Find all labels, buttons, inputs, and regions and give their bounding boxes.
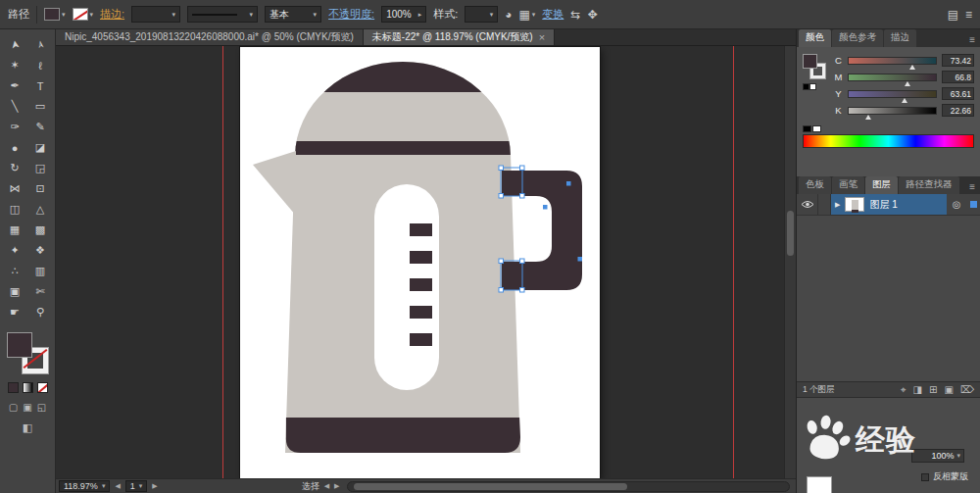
mask-opacity-input[interactable]: 100% ▾ (911, 449, 964, 463)
layer-name[interactable]: 图层 1 (869, 198, 897, 212)
layer-target-icon[interactable]: ◎ (947, 194, 966, 215)
slider-marker[interactable] (909, 65, 915, 70)
horizontal-scrollbar[interactable] (347, 481, 790, 492)
scroll-left-icon[interactable]: ◀ (324, 482, 329, 490)
symbol-sprayer-tool[interactable]: ∴ (3, 261, 27, 281)
color-fill-stroke-proxy[interactable] (803, 52, 828, 91)
direct-selection-tool[interactable]: ➢ (27, 30, 52, 58)
prev-artboard-icon[interactable]: ◀ (115, 482, 120, 490)
free-transform-tool[interactable]: ⊡ (28, 178, 53, 199)
invert-mask-control[interactable]: 反相蒙版 (921, 470, 968, 483)
artboard[interactable] (240, 47, 600, 478)
slice-tool[interactable]: ✄ (28, 281, 53, 302)
fill-stroke-proxy[interactable] (7, 332, 48, 373)
arrange-documents-icon[interactable]: ▤ (948, 8, 958, 22)
selection-tool[interactable]: ➤ (2, 30, 26, 58)
kettle-base[interactable] (286, 418, 520, 453)
chevron-down-icon[interactable]: ▾ (250, 11, 254, 19)
transform-link[interactable]: 变换 (542, 7, 564, 22)
layer-thumbnail[interactable] (845, 197, 864, 212)
shape-mode-icon[interactable]: ⇆ (570, 8, 580, 22)
close-icon[interactable]: × (539, 31, 545, 43)
pencil-tool[interactable]: ✎ (28, 117, 53, 137)
blob-brush-tool[interactable]: ● (3, 137, 27, 158)
brush-definition-combo[interactable]: 基本 ▾ (265, 6, 321, 23)
workspace-menu-icon[interactable]: ≡ (965, 8, 972, 22)
slider-marker[interactable] (902, 98, 907, 103)
layer-name-cell[interactable]: ▶ 图层 1 (831, 194, 947, 215)
column-graph-tool[interactable]: ▥ (28, 261, 53, 281)
gradient-button[interactable] (23, 382, 33, 393)
shape-builder-tool[interactable]: ◫ (3, 199, 27, 220)
draw-behind-icon[interactable]: ▣ (23, 402, 31, 413)
new-sublayer-icon[interactable]: ⊞ (929, 384, 937, 396)
yellow-value[interactable]: 63.61 (942, 87, 974, 100)
width-tool[interactable]: ⋈ (3, 178, 27, 199)
tab-color[interactable]: 颜色 (799, 29, 831, 47)
scale-tool[interactable]: ◲ (28, 158, 53, 178)
chevron-down-icon[interactable]: ▾ (532, 11, 536, 19)
opacity-link[interactable]: 不透明度: (328, 7, 374, 22)
layer-row[interactable]: ▶ 图层 1 ◎ (797, 194, 980, 216)
tab-color-guide[interactable]: 颜色参考 (832, 29, 883, 47)
document-tab-2[interactable]: 未标题-22* @ 118.97% (CMYK/预览) × (364, 29, 555, 45)
fill-proxy-swatch[interactable] (7, 332, 32, 358)
hand-tool[interactable]: ☛ (3, 302, 27, 322)
perspective-grid-tool[interactable]: △ (28, 199, 53, 220)
zoom-combo[interactable]: 118.97% ▾ (59, 480, 110, 492)
visibility-toggle[interactable] (797, 194, 818, 215)
rectangle-tool[interactable]: ▭ (28, 96, 53, 117)
none-button[interactable] (37, 382, 48, 393)
draw-normal-icon[interactable]: ▢ (9, 402, 18, 413)
tab-stroke[interactable]: 描边 (884, 29, 916, 47)
tab-pathfinder[interactable]: 路径查找器 (899, 176, 959, 194)
rotate-tool[interactable]: ↻ (3, 158, 27, 178)
cyan-value[interactable]: 73.42 (942, 54, 974, 67)
chevron-down-icon[interactable]: ▾ (172, 11, 176, 19)
line-tool[interactable]: ╲ (3, 96, 27, 117)
kettle-handle[interactable] (502, 171, 582, 290)
fill-color-control[interactable]: ▾ (44, 8, 66, 21)
slider-marker[interactable] (865, 115, 871, 120)
chevron-down-icon[interactable]: ▾ (139, 482, 143, 490)
chevron-down-icon[interactable]: ▾ (314, 11, 318, 19)
stroke-swatch[interactable] (73, 8, 88, 21)
chevron-down-icon[interactable]: ▾ (490, 11, 494, 19)
kettle-lid-stripe[interactable] (279, 141, 526, 157)
white-chip[interactable] (812, 125, 821, 132)
black-chip[interactable] (803, 125, 811, 132)
align-control[interactable]: ▦ ▾ (518, 8, 535, 22)
tab-layers[interactable]: 图层 (865, 176, 898, 194)
black-value[interactable]: 22.66 (942, 104, 974, 117)
yellow-slider[interactable] (848, 90, 937, 98)
vertical-guide-right[interactable] (733, 46, 734, 478)
kettle-artwork[interactable] (240, 47, 600, 478)
cyan-slider[interactable] (848, 57, 937, 65)
recolor-artwork-icon[interactable]: ◕ (505, 8, 512, 22)
opacity-input[interactable]: 100% ▸ (381, 6, 426, 23)
stroke-weight-combo[interactable]: ▾ (131, 6, 180, 23)
stroke-color-control[interactable]: ▾ (73, 8, 94, 21)
layer-selection-chip[interactable] (966, 194, 980, 215)
panel-menu-icon[interactable]: ≡ (966, 181, 978, 194)
canvas[interactable] (56, 46, 784, 478)
tab-brushes[interactable]: 画笔 (832, 176, 864, 194)
stroke-profile-combo[interactable]: ▾ (187, 6, 258, 23)
new-layer-icon[interactable]: ▣ (944, 384, 953, 396)
object-thumbnail[interactable] (807, 476, 832, 493)
vertical-guide-left[interactable] (222, 46, 223, 478)
type-tool[interactable]: T (28, 75, 53, 96)
gradient-tool[interactable]: ▩ (28, 220, 53, 240)
eyedropper-tool[interactable]: ✦ (3, 240, 27, 261)
slider-marker[interactable] (905, 81, 910, 86)
isolate-selection-icon[interactable]: ✥ (587, 8, 597, 22)
magenta-value[interactable]: 66.8 (942, 71, 974, 83)
black-slider[interactable] (848, 107, 937, 115)
mesh-tool[interactable]: ▦ (3, 220, 27, 240)
fill-swatch[interactable] (44, 8, 60, 21)
blend-tool[interactable]: ❖ (28, 240, 53, 261)
clipping-mask-icon[interactable]: ◨ (913, 384, 922, 396)
eraser-tool[interactable]: ◪ (28, 137, 53, 158)
chevron-down-icon[interactable]: ▾ (102, 482, 106, 490)
tab-swatches[interactable]: 色板 (799, 176, 831, 194)
